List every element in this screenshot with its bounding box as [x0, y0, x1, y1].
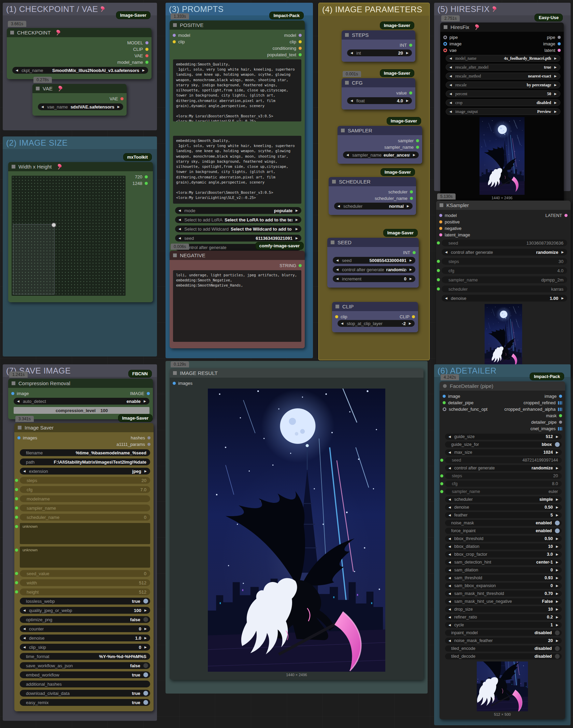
node-compression-removal-header[interactable]: Compression Removal	[8, 379, 153, 388]
widget-row[interactable]: ◀ max_size 1024 ▶	[445, 449, 562, 455]
toggle-knob[interactable]	[555, 646, 560, 651]
size-drag-handle[interactable]	[51, 222, 56, 228]
widget-row[interactable]: ◀ sam_mask_hint_use_negative False ▶	[445, 598, 562, 605]
decrement-arrow-icon[interactable]: ◀	[447, 608, 452, 611]
decrement-arrow-icon[interactable]: ◀	[444, 296, 449, 300]
widget-row[interactable]: ◀ seed 500855433000491 ▶	[333, 257, 415, 264]
widget-row[interactable]: ◀ unknown ▶	[20, 547, 150, 568]
output-port-dot[interactable]	[299, 47, 302, 50]
increment-arrow-icon[interactable]: ▶	[294, 209, 299, 212]
node-hiresfix[interactable]: 2.751s Easy-Use HiresFix pipe pipe image…	[440, 23, 564, 203]
widget-row[interactable]: ◀ percent 50 ▶	[446, 90, 560, 97]
widget-row[interactable]: ◀ bbox_threshold 0.50 ▶	[445, 536, 562, 542]
output-port-dot[interactable]	[559, 421, 562, 424]
increment-arrow-icon[interactable]: ▶	[555, 553, 560, 556]
widget-row[interactable]: ◀ tiled_decode disabled ▶	[445, 653, 562, 659]
output-port-dot[interactable]	[559, 414, 562, 417]
widget-row[interactable]: ◀ seed 130360873920636 ▶	[442, 239, 567, 246]
input-port-dot[interactable]	[439, 214, 442, 217]
widget-row[interactable]: ◀ scheduler_name 0 ▶	[20, 514, 150, 521]
decrement-arrow-icon[interactable]: ◀	[22, 645, 27, 649]
toggle-knob[interactable]	[143, 700, 148, 705]
collapse-icon[interactable]	[10, 31, 14, 34]
decrement-arrow-icon[interactable]: ◀	[22, 609, 27, 612]
widget-row[interactable]: ◀ int 20 ▶	[347, 49, 412, 56]
toggle-knob[interactable]	[143, 599, 148, 603]
node-vae-header[interactable]: VAE	[32, 84, 127, 93]
increment-arrow-icon[interactable]: ▶	[560, 296, 565, 300]
widget-row[interactable]: ◀ noise_mask enabled ▶	[445, 520, 562, 526]
size-picker-canvas[interactable]	[12, 176, 126, 296]
increment-arrow-icon[interactable]: ▶	[143, 627, 148, 630]
node-image-result[interactable]: 0.129s IMAGE RESULT images 1440 × 2496	[170, 368, 424, 680]
output-port-dot[interactable]	[145, 41, 148, 44]
output-port-dot[interactable]	[120, 97, 124, 100]
decrement-arrow-icon[interactable]: ◀	[22, 469, 27, 473]
increment-arrow-icon[interactable]: ▶	[555, 608, 560, 611]
output-port-dot[interactable]	[299, 40, 302, 43]
positive-prompt-textarea[interactable]: embedding:Smooth_Quality, 1girl, solo, v…	[173, 59, 301, 121]
collapse-icon[interactable]	[36, 87, 40, 90]
input-port-dot[interactable]	[443, 401, 446, 404]
output-port-dot[interactable]	[558, 36, 561, 39]
node-image-result-header[interactable]: IMAGE RESULT	[170, 368, 424, 378]
decrement-arrow-icon[interactable]: ◀	[447, 584, 452, 587]
input-port-dot[interactable]	[443, 395, 446, 398]
output-port-dot[interactable]	[558, 49, 561, 52]
widget-row[interactable]: ◀ width 512 ▶	[20, 579, 150, 586]
output-port-dot[interactable]	[558, 42, 561, 45]
decrement-arrow-icon[interactable]: ◀	[340, 322, 345, 325]
node-scheduler-header[interactable]: SCHEDULER	[329, 177, 416, 186]
group-image-parameters-header[interactable]: (4) IMAGE PARAMETERS	[319, 3, 429, 16]
output-port-dot[interactable]	[559, 395, 562, 398]
widget-row[interactable]: ◀ modelname ▶	[20, 495, 150, 502]
widget-row[interactable]: ◀ filename %time_%basemodelname_%seed ▶	[20, 449, 150, 456]
output-port-dot[interactable]	[410, 197, 413, 200]
node-positive-header[interactable]: POSITIVE	[170, 20, 305, 30]
decrement-arrow-icon[interactable]: ◀	[447, 498, 452, 501]
node-hiresfix-header[interactable]: HiresFix	[440, 23, 564, 32]
size-selection-rect[interactable]	[13, 224, 55, 294]
widget-row[interactable]: ◀ lossless_webp true ▶	[20, 598, 150, 605]
toggle-knob[interactable]	[143, 617, 148, 622]
widget-row[interactable]: ◀ extension jpeg ▶	[20, 468, 150, 475]
decrement-arrow-icon[interactable]: ◀	[335, 268, 340, 271]
widget-row[interactable]: ◀ steps 20 ▶	[20, 477, 150, 484]
toggle-knob[interactable]	[555, 654, 560, 659]
output-port-dot[interactable]	[410, 190, 413, 193]
widget-row[interactable]: ◀ cfg 8.0 ▶	[445, 481, 562, 487]
decrement-arrow-icon[interactable]: ◀	[336, 204, 341, 208]
output-port-dot[interactable]	[299, 34, 302, 37]
node-checkpoint-header[interactable]: CHECKPOINT	[7, 28, 152, 37]
increment-arrow-icon[interactable]: ▶	[408, 268, 413, 271]
decrement-arrow-icon[interactable]: ◀	[177, 209, 182, 212]
collapse-icon[interactable]	[331, 241, 334, 244]
decrement-arrow-icon[interactable]: ◀	[447, 592, 452, 595]
input-port-dot[interactable]	[443, 48, 447, 52]
node-negative-header[interactable]: NEGATIVE	[170, 251, 305, 260]
widget-row[interactable]: ◀ unknown ▶	[20, 523, 150, 544]
widget-row[interactable]: ◀ sam_dilation 0 ▶	[445, 567, 562, 573]
decrement-arrow-icon[interactable]: ◀	[448, 101, 453, 104]
decrement-arrow-icon[interactable]: ◀	[447, 600, 452, 603]
output-port-dot[interactable]	[145, 182, 148, 185]
output-port-dot[interactable]	[558, 408, 562, 411]
widget-row[interactable]: ◀ sam_bbox_expansion 0 ▶	[445, 583, 562, 589]
node-vae[interactable]: 0.278s VAE VAE ◀ vae_name sdxlVAE.safete…	[32, 84, 127, 116]
decrement-arrow-icon[interactable]: ◀	[447, 568, 452, 572]
widget-row[interactable]: ◀ embed_workflow true ▶	[20, 671, 150, 678]
widget-row[interactable]: ◀ image_output Preview ▶	[446, 108, 560, 115]
positive-prompt-populated-textarea[interactable]: embedding:Smooth_Quality, 1girl, solo, v…	[173, 136, 301, 204]
widget-row[interactable]: ◀ sampler_name euler_ancestral ▶	[343, 151, 419, 158]
increment-arrow-icon[interactable]: ▶	[555, 506, 560, 509]
node-ksampler-header[interactable]: KSampler	[436, 201, 571, 210]
decrement-arrow-icon[interactable]: ◀	[447, 466, 452, 470]
increment-arrow-icon[interactable]: ▶	[553, 57, 558, 60]
widget-row[interactable]: ◀ ckpt_name SmoothMix_Illus2NoobAI_v3.sa…	[12, 67, 148, 74]
output-port-dot[interactable]	[416, 146, 419, 149]
widget-row[interactable]: ◀ scheduler karras ▶	[442, 286, 567, 292]
toggle-knob[interactable]	[555, 630, 560, 635]
toggle-knob[interactable]	[143, 691, 148, 696]
increment-arrow-icon[interactable]: ▶	[555, 623, 560, 627]
widget-row[interactable]: ◀ easy_remix true ▶	[20, 699, 150, 706]
